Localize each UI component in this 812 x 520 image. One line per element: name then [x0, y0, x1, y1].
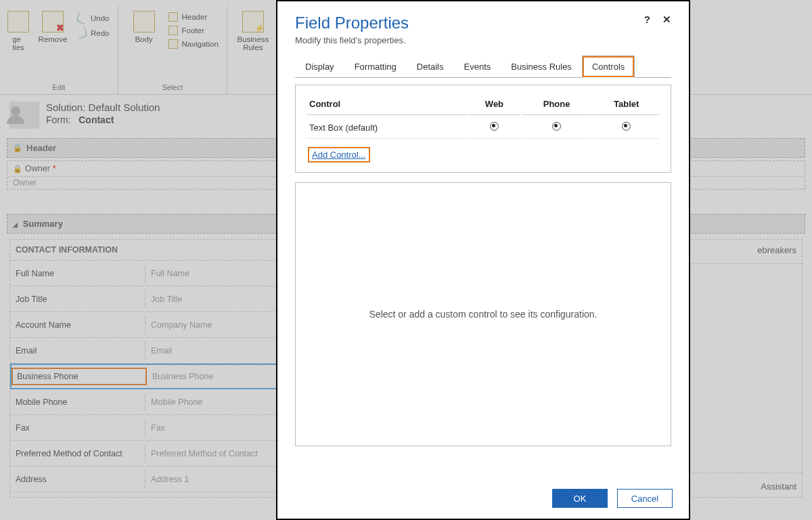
dialog-buttons: OK Cancel — [277, 478, 689, 519]
col-control: Control — [307, 96, 467, 115]
cancel-button[interactable]: Cancel — [617, 489, 673, 508]
tab-formatting[interactable]: Formatting — [344, 56, 407, 78]
config-placeholder-text: Select or add a custom control to see it… — [369, 309, 597, 320]
tab-business-rules[interactable]: Business Rules — [501, 56, 582, 78]
controls-tab-body: Control Web Phone Tablet Text Box (defau… — [295, 85, 671, 173]
tab-events[interactable]: Events — [454, 56, 501, 78]
col-web: Web — [468, 96, 520, 115]
dialog-title: Field Properties — [295, 14, 409, 32]
table-row[interactable]: Text Box (default) — [307, 116, 660, 139]
ok-button[interactable]: OK — [552, 489, 608, 508]
dialog-subtitle: Modify this field's properties. — [277, 32, 689, 55]
control-config-placeholder: Select or add a custom control to see it… — [295, 182, 671, 446]
field-properties-dialog: Field Properties ? ✕ Modify this field's… — [276, 0, 690, 520]
radio-tablet[interactable] — [622, 122, 631, 131]
tab-strip: DisplayFormattingDetailsEventsBusiness R… — [295, 55, 671, 78]
radio-web[interactable] — [490, 122, 499, 131]
radio-phone[interactable] — [552, 122, 561, 131]
help-icon[interactable]: ? — [644, 14, 650, 26]
tab-display[interactable]: Display — [295, 56, 344, 78]
controls-table: Control Web Phone Tablet Text Box (defau… — [305, 95, 661, 140]
close-icon[interactable]: ✕ — [662, 14, 671, 26]
tab-details[interactable]: Details — [407, 56, 454, 78]
col-phone: Phone — [522, 96, 592, 115]
control-name: Text Box (default) — [307, 116, 467, 139]
tab-controls[interactable]: Controls — [582, 56, 635, 78]
col-tablet: Tablet — [593, 96, 660, 115]
add-control-link[interactable]: Add Control... — [308, 147, 370, 162]
